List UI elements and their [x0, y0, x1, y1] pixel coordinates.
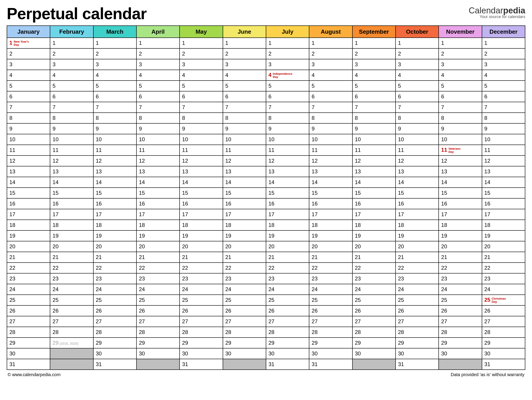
day-number: 25: [311, 297, 318, 303]
day-number: 22: [484, 265, 490, 271]
day-number: 15: [441, 190, 447, 196]
day-number: 10: [182, 136, 188, 142]
day-number: 14: [355, 179, 361, 185]
day-number: 11: [52, 147, 58, 153]
day-number: 1: [96, 40, 99, 46]
holiday-label: IndependenceDay: [273, 72, 292, 78]
day-number: 21: [484, 254, 490, 260]
day-cell: 12: [439, 155, 482, 166]
day-number: 4: [182, 72, 185, 78]
day-number: 16: [398, 201, 404, 207]
day-number: 19: [52, 233, 58, 239]
day-cell: 15: [482, 188, 525, 198]
day-cell: 9: [93, 123, 136, 134]
day-number: 23: [268, 276, 274, 282]
day-number: 8: [182, 115, 185, 121]
day-number: 20: [9, 243, 15, 249]
day-number: 28: [9, 329, 15, 335]
day-cell: 23: [136, 273, 180, 284]
day-cell: 22: [482, 263, 525, 273]
month-header: March: [93, 26, 136, 38]
day-cell: 24: [439, 284, 482, 295]
day-cell: 3: [93, 59, 136, 70]
day-number: 19: [182, 233, 188, 239]
day-cell: 6: [136, 91, 180, 102]
table-row: 777777777777: [7, 102, 525, 113]
day-cell: 1: [482, 38, 525, 49]
table-row: 333333333333: [7, 59, 525, 70]
day-cell: 22: [439, 263, 482, 273]
day-cell: 7: [396, 102, 439, 113]
day-number: 9: [355, 126, 358, 132]
day-number: 15: [96, 190, 102, 196]
month-header: August: [309, 26, 352, 38]
day-cell: 26: [7, 305, 50, 316]
day-number: 30: [398, 351, 404, 357]
day-cell: 30: [136, 348, 180, 359]
day-number: 8: [9, 115, 12, 121]
day-cell: 6: [50, 91, 93, 102]
day-cell: 16: [180, 198, 223, 209]
day-number: 27: [9, 318, 15, 324]
day-number: 8: [441, 115, 444, 121]
day-number: 24: [311, 286, 318, 292]
day-number: 4: [398, 72, 401, 78]
day-cell: 2: [482, 49, 525, 59]
day-cell: 24: [93, 284, 136, 295]
day-cell: 15: [309, 188, 352, 198]
brand-prefix: Calendar: [469, 6, 503, 15]
day-cell: 23: [223, 273, 266, 284]
day-cell: 26: [482, 305, 525, 316]
month-header: October: [396, 26, 439, 38]
day-cell: 16: [396, 198, 439, 209]
day-cell: 19: [180, 230, 223, 241]
day-number: 11: [182, 147, 188, 153]
day-cell: 29: [136, 338, 180, 348]
day-cell: 12: [180, 155, 223, 166]
day-cell: 24: [180, 284, 223, 295]
day-number: 22: [398, 265, 404, 271]
day-cell: 31: [482, 359, 525, 370]
day-cell: 21: [439, 252, 482, 263]
day-number: 11: [9, 147, 15, 153]
day-cell: 10: [7, 134, 50, 145]
day-number: 22: [355, 265, 361, 271]
day-cell: 20: [50, 241, 93, 252]
day-number: 6: [225, 93, 228, 99]
table-row: 272727272727272727272727: [7, 316, 525, 327]
day-cell: 12: [266, 155, 309, 166]
day-cell: 4: [482, 70, 525, 80]
day-number: 16: [9, 201, 15, 207]
day-number: 10: [225, 136, 231, 142]
day-cell: 24: [396, 284, 439, 295]
day-number: 23: [139, 276, 145, 282]
day-number: 18: [311, 222, 318, 228]
day-number: 6: [96, 93, 99, 99]
day-number: 10: [9, 136, 15, 142]
day-cell: 11: [180, 145, 223, 155]
day-number: 30: [139, 351, 145, 357]
day-number: 12: [52, 158, 58, 164]
day-cell: 1New Year'sDay: [7, 38, 50, 49]
day-number: 28: [52, 329, 58, 335]
day-number: 30: [268, 351, 274, 357]
day-number: 22: [441, 265, 447, 271]
day-number: 9: [182, 126, 185, 132]
day-number: 1: [139, 40, 142, 46]
day-number: 2: [182, 51, 185, 57]
day-number: 23: [398, 276, 404, 282]
day-number: 13: [268, 168, 274, 174]
day-number: 7: [52, 104, 55, 110]
day-number: 16: [355, 201, 361, 207]
day-number: 22: [52, 265, 58, 271]
day-number: 3: [398, 61, 401, 67]
table-row: 202020202020202020202020: [7, 241, 525, 252]
day-number: 8: [225, 115, 228, 121]
day-cell: 25ChristmasDay: [482, 295, 525, 305]
day-cell: 1: [136, 38, 180, 49]
month-header: May: [180, 26, 223, 38]
day-number: 17: [52, 211, 58, 217]
day-number: 1: [441, 40, 444, 46]
day-cell: 9: [352, 123, 396, 134]
table-row: 252525252525252525252525ChristmasDay: [7, 295, 525, 305]
